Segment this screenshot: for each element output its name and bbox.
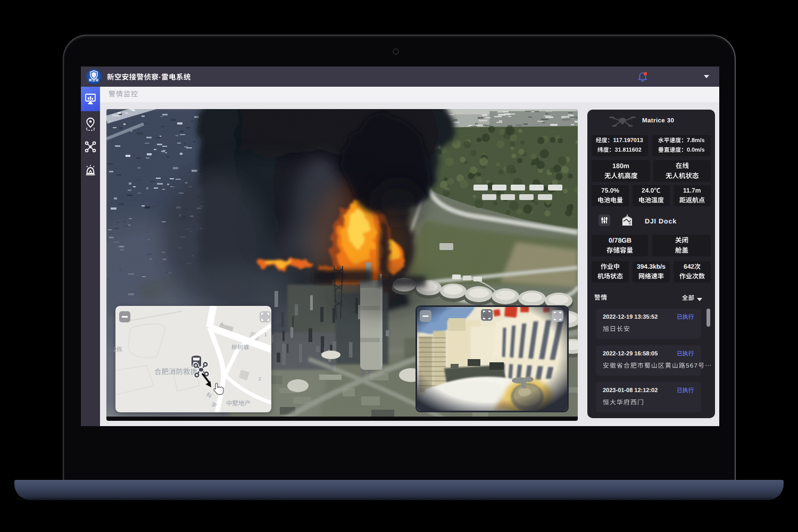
svg-text:394.3kb/s: 394.3kb/s xyxy=(637,263,666,270)
svg-text:2022-12-19 13:35:52: 2022-12-19 13:35:52 xyxy=(603,314,658,320)
svg-text:2023-01-08 12:12:02: 2023-01-08 12:12:02 xyxy=(603,387,658,394)
svg-text:567: 567 xyxy=(686,362,698,369)
svg-text:·: · xyxy=(159,73,161,81)
svg-text:Matrice 30: Matrice 30 xyxy=(642,118,674,124)
svg-text:4: 4 xyxy=(221,321,223,326)
svg-text:642: 642 xyxy=(684,263,694,270)
svg-text:0/78GB: 0/78GB xyxy=(609,237,631,244)
svg-text:DJI Dock: DJI Dock xyxy=(645,218,677,225)
svg-text:75.0%: 75.0% xyxy=(601,187,619,194)
svg-text:11.7m: 11.7m xyxy=(683,187,701,194)
svg-text:31.811602: 31.811602 xyxy=(615,147,642,153)
svg-text:2: 2 xyxy=(259,376,261,381)
svg-text:0.0m/s: 0.0m/s xyxy=(687,147,705,153)
svg-text:180m: 180m xyxy=(612,162,629,170)
svg-text:7.8m/s: 7.8m/s xyxy=(687,137,705,144)
svg-text:2022-12-29 16:58:05: 2022-12-29 16:58:05 xyxy=(603,351,658,357)
svg-text:2: 2 xyxy=(113,347,117,353)
svg-text:117.197013: 117.197013 xyxy=(613,137,643,144)
svg-text:1: 1 xyxy=(264,332,267,337)
svg-text:24.0: 24.0 xyxy=(642,187,654,194)
